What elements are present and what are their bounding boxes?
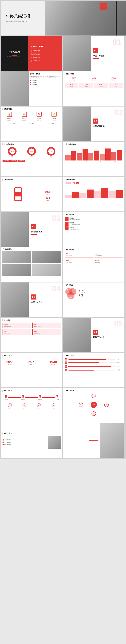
stat-label: 超额率	[110, 86, 122, 87]
thanks-bg	[100, 423, 125, 458]
plan-list-header: 新年工作计划	[65, 354, 123, 356]
bar	[77, 154, 82, 160]
summary-title: 新年工作计划	[4, 432, 12, 434]
plan-icon-circle-2: ⚡	[22, 403, 26, 407]
project-text-2: 项目名称 请输入项目描述内容文字	[69, 222, 80, 225]
box-title: 战略布局	[66, 77, 82, 79]
stat-label: 完成率	[80, 86, 92, 87]
section-05-line	[93, 340, 99, 340]
deficiency-desc-1: 请输入文本	[81, 292, 85, 293]
stat-box: 78% 超额率	[109, 83, 123, 88]
result-item-1: 成果一 请输入文本内容	[65, 252, 93, 258]
deficiencies-list: 不足一 请输入文本 不足二 请输入文本	[77, 290, 123, 297]
deficiency-desc-2: 请输入文本	[81, 296, 85, 297]
s-shape-graphic	[13, 186, 24, 205]
icon-desc-1: 请输入文本	[7, 120, 12, 121]
donut-circle-1: 85%	[8, 147, 16, 156]
slide-cover: 年终总结汇报 公司介绍/商业计划/商业融资/股权合作	[1, 1, 126, 36]
prog-bar	[29, 124, 32, 124]
prog-label: 代填	[52, 123, 54, 124]
hub-center: 计划	[91, 402, 97, 408]
section-03-photo	[1, 212, 29, 247]
section-02-num-box: 02	[93, 118, 98, 124]
donut-label-3: 项目C	[50, 156, 53, 158]
bar	[117, 150, 122, 161]
summary-photo	[48, 436, 61, 449]
section-01-num-box: 01	[93, 48, 98, 53]
section-03-line	[31, 234, 37, 235]
deficiency-item-1: 不足一 请输入文本	[79, 290, 123, 293]
tl-desc-2: 计划内容	[21, 399, 25, 400]
section-03-bg-num: 03	[52, 214, 61, 223]
timeline-item-q4: Q4 计划内容	[55, 395, 59, 400]
timeline-row: Q1 计划内容 Q2 计划内容 Q3 计划内容 Q4	[2, 395, 61, 400]
bar	[111, 152, 116, 160]
venn-label-3: 不足	[70, 297, 72, 298]
red-bar-icon	[65, 284, 65, 286]
slide-donuts: 上半年完成情况 85% 项目A 72% 项目B 91% 项目C 上半年完成1 上…	[1, 142, 62, 176]
plan-label-2: 计划二	[117, 362, 123, 364]
def2-title: 上半年不足	[4, 319, 11, 321]
slide-plan-list: 新年工作计划 01 计划一 02 计划二 03 计划三	[63, 353, 125, 388]
tl-desc-1: 计划内容	[4, 399, 8, 400]
bar-2018	[109, 192, 116, 198]
tl-desc-4: 计划内容	[55, 399, 59, 400]
donut-item-3: 91% 项目C	[47, 147, 55, 158]
plan-list-title: 新年工作计划	[66, 354, 74, 356]
box-title: 市场拓展	[105, 77, 122, 79]
icon-desc-2: 请输入文本	[22, 120, 27, 121]
plan-item-4: 04 计划四	[65, 369, 123, 372]
overview-items-1: 工作成效一 工作成效二 工作成效三	[30, 80, 61, 85]
section-03-title: 项目成果展示	[31, 230, 42, 233]
info-box: 市场拓展 请输入文本	[104, 76, 123, 82]
timeline-item-q2: Q2 计划内容	[21, 395, 25, 400]
donut-charts: 85% 项目A 72% 项目B 91% 项目C	[2, 147, 61, 158]
chart-label: Q4	[114, 161, 116, 162]
project-list-1: 项目名称 请输入项目描述内容文字 项目名称 请输入项目描述内容文字 项目名称	[65, 217, 123, 230]
cover-content: 年终总结汇报 公司介绍/商业计划/商业融资/股权合作	[6, 14, 30, 22]
def2-header: 上半年不足	[2, 319, 61, 321]
project-name: 项目名称	[69, 218, 80, 219]
result-desc-2: 请输入文本内容	[95, 255, 122, 256]
photo-cell-4	[32, 264, 61, 276]
project-thumb-1	[65, 217, 69, 221]
slide-photo-grid: 项目成果展示	[1, 247, 62, 282]
sshape-stat-1: 75% 完成率	[45, 190, 50, 195]
plan-stat-label-2: 计划项目	[28, 364, 34, 366]
overview-boxes: 战略布局 请输入文本 核心业务 请输入文本 市场拓展 请输入文本	[65, 76, 123, 82]
slide-section-01: 01 01 年度工作概述	[63, 36, 125, 71]
section-01-line	[93, 58, 99, 59]
def-item-title-2: 问题二	[34, 324, 60, 326]
icon-label-2: 业绩增长	[22, 118, 26, 119]
result-item-4: 成果四 请输入文本内容	[94, 259, 123, 264]
summary-text-2: 重点项目推进	[4, 442, 11, 443]
def-item-3: 问题三 请输入文本说明	[2, 329, 31, 335]
plan-num-3: 03	[65, 365, 67, 368]
plan-icon-item-4: ↑ 超越	[52, 403, 55, 409]
projects-title-1: 项目成果展示	[66, 214, 74, 216]
plan-icon-item-3: ✓ 完成	[37, 403, 41, 409]
sshape-val-2: 86%	[45, 196, 50, 200]
deficiency-title-1: 不足一	[81, 290, 85, 292]
tl-label-4: Q4	[57, 397, 58, 398]
stat-val: 78%	[110, 84, 122, 86]
plan-item-3: 03 计划三	[65, 365, 123, 368]
circular-title: 新年工作计划	[66, 390, 74, 392]
donut-legend: 上半年完成1 上半年完成2 上半年完成3	[2, 160, 61, 162]
plan-stat-label-1: 增长目标	[6, 364, 13, 366]
result-title-4: 成果四	[95, 260, 122, 261]
progress-item: 代填	[48, 123, 54, 124]
icon-item: 📈 业绩增长 请输入文本	[22, 112, 27, 121]
stat-val: 48%	[80, 84, 92, 86]
slide-thankyou	[63, 423, 125, 458]
section-02-bg-num: 02	[114, 108, 123, 117]
deficiency-text-1: 不足一 请输入文本	[81, 290, 85, 293]
donut-item-1: 85% 项目A	[8, 147, 16, 158]
section-01-bg-num: 01	[113, 38, 121, 47]
donut-label-2: 项目B	[30, 156, 33, 158]
plan-stat-label-3: 工作天数	[49, 364, 57, 366]
bar	[105, 148, 111, 161]
project-item: 项目名称 请输入项目描述内容文字	[65, 222, 123, 226]
results-header: 项目成果展示	[65, 249, 123, 251]
red-bar-icon	[2, 390, 3, 392]
